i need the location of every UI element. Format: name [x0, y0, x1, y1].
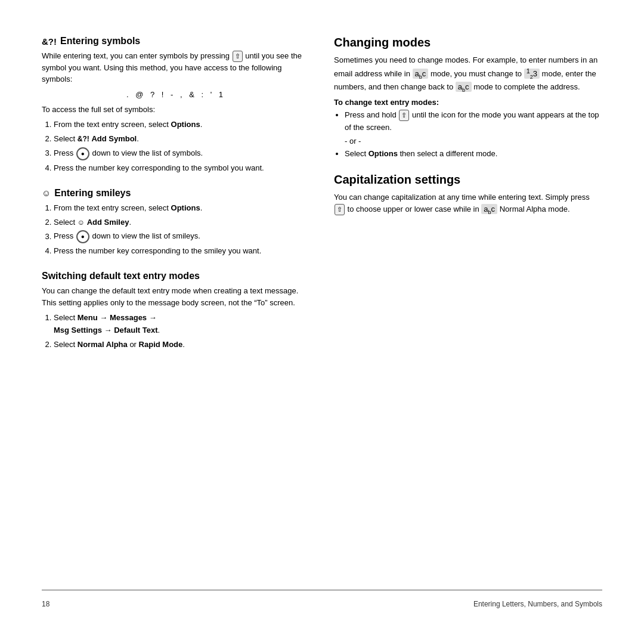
change-modes-subheading: To change text entry modes: — [334, 98, 602, 107]
entering-symbols-title: &?! Entering symbols — [42, 36, 310, 47]
shift-kbd-icon-cap: ⇧ — [335, 204, 345, 215]
smileys-step-4: Press the number key corresponding to th… — [54, 245, 310, 258]
entering-smileys-title: ☺️ Entering smileys — [42, 188, 310, 199]
section-changing-modes: Changing modes Sometimes you need to cha… — [334, 36, 602, 160]
switching-modes-title: Switching default text entry modes — [42, 271, 310, 281]
shift-kbd-icon-changing: ⇧ — [399, 110, 409, 122]
switching-steps: Select Menu → Messages →Msg Settings → D… — [42, 312, 310, 351]
or-separator: - or - — [345, 137, 602, 145]
changing-modes-title: Changing modes — [334, 36, 602, 49]
changing-modes-bullets: Press and hold ⇧ until the icon for the … — [334, 109, 602, 134]
section-capitalization: Capitalization settings You can change c… — [334, 173, 602, 216]
page-number: 18 — [42, 600, 49, 608]
symbols-step-4: Press the number key corresponding to th… — [54, 162, 310, 175]
footer-divider: 18 Entering Letters, Numbers, and Symbol… — [42, 590, 602, 608]
capitalization-para: You can change capitalization at any tim… — [334, 191, 602, 216]
entering-smileys-label: Entering smileys — [54, 188, 131, 199]
switching-step-2: Select Normal Alpha or Rapid Mode. — [54, 339, 310, 351]
entering-symbols-label: Entering symbols — [60, 36, 140, 47]
changing-bullet-1: Press and hold ⇧ until the icon for the … — [345, 109, 602, 134]
symbols-icon: &?! — [42, 36, 57, 47]
footer-text: Entering Letters, Numbers, and Symbols — [473, 600, 602, 608]
nav-down-icon: ● — [76, 147, 89, 160]
symbols-step-2: Select &?! Add Symbol. — [54, 133, 310, 145]
smileys-steps: From the text entry screen, select Optio… — [42, 202, 310, 258]
switching-step-1: Select Menu → Messages →Msg Settings → D… — [54, 312, 310, 337]
symbols-row: . @ ? ! - , & : ' 1 — [42, 90, 310, 99]
symbols-para1: While entering text, you can enter symbo… — [42, 50, 310, 85]
two-column-layout: &?! Entering symbols While entering text… — [42, 36, 602, 590]
right-column: Changing modes Sometimes you need to cha… — [334, 36, 602, 590]
section-switching-modes: Switching default text entry modes You c… — [42, 271, 310, 351]
smileys-step-1: From the text entry screen, select Optio… — [54, 202, 310, 215]
capitalization-title: Capitalization settings — [334, 173, 602, 187]
changing-modes-para: Sometimes you need to change modes. For … — [334, 54, 602, 94]
shift-kbd-icon-symbols: ⇧ — [233, 51, 243, 62]
section-entering-smileys: ☺️ Entering smileys From the text entry … — [42, 188, 310, 258]
smileys-step-2: Select ☺ Add Smiley. — [54, 216, 310, 229]
page: &?! Entering symbols While entering text… — [0, 0, 644, 644]
smileys-step-3: Press ● down to view the list of smileys… — [54, 230, 310, 243]
left-column: &?! Entering symbols While entering text… — [42, 36, 310, 590]
symbols-step-1: From the text entry screen, select Optio… — [54, 119, 310, 131]
switching-modes-para: You can change the default text entry mo… — [42, 285, 310, 308]
access-full-label: To access the full set of symbols: — [42, 104, 310, 116]
smiley-icon: ☺️ — [42, 188, 51, 198]
nav-down-icon-2: ● — [76, 230, 89, 243]
symbols-step-3: Press ● down to view the list of symbols… — [54, 147, 310, 160]
footer: 18 Entering Letters, Numbers, and Symbol… — [42, 594, 602, 608]
symbols-steps: From the text entry screen, select Optio… — [42, 119, 310, 174]
section-entering-symbols: &?! Entering symbols While entering text… — [42, 36, 310, 175]
switching-modes-label: Switching default text entry modes — [42, 271, 200, 281]
changing-bullet-2: Select Options then select a different m… — [345, 148, 602, 160]
changing-modes-bullets-2: Select Options then select a different m… — [334, 148, 602, 160]
